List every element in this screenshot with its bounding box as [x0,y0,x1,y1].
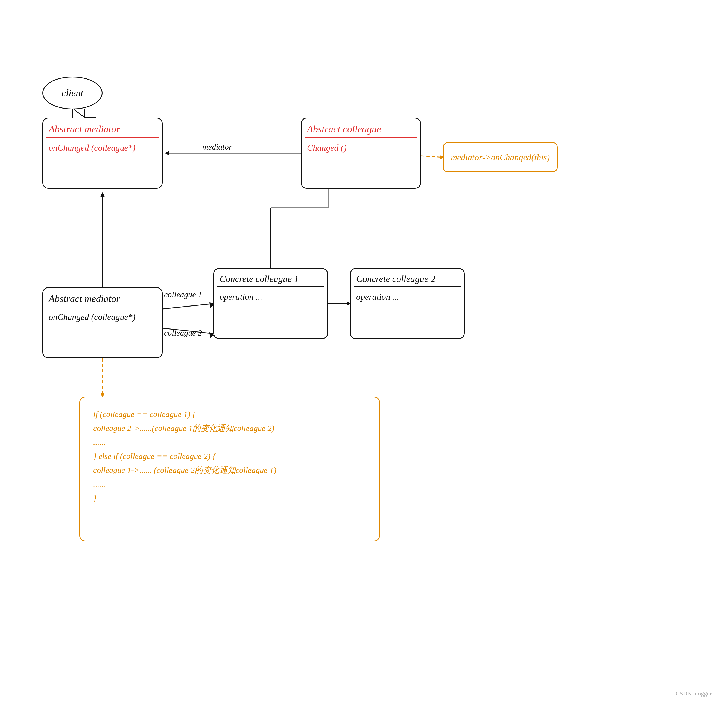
code-line-3: ...... [93,435,366,449]
code-line-1: if (colleague == colleague 1) { [93,407,366,421]
concrete-col2-title: Concrete colleague 2 [351,269,464,286]
colleague2-arrow-label: colleague 2 [164,328,202,338]
on-changed-box: mediator->onChanged(this) [443,142,558,172]
svg-marker-5 [165,151,170,155]
code-line-5: colleague 1->...... (colleague 2的变化通知col… [93,463,366,477]
abs-mediator-top-method: onChanged (colleague*) [43,138,162,158]
abs-colleague-top-method: Changed () [302,138,420,158]
concrete-col1-method: operation ... [214,287,327,307]
svg-line-18 [421,156,443,157]
client-label: client [61,87,83,99]
client-ellipse: client [42,77,103,109]
abs-mediator-top-title: Abstract mediator [43,118,162,137]
colleague1-arrow-label: colleague 1 [164,290,202,299]
concrete-col2-method: operation ... [351,287,464,307]
abs-mediator-bottom-box: Abstract mediator onChanged (colleague*) [42,287,162,358]
abs-mediator-bottom-title: Abstract mediator [43,288,162,306]
code-line-7: } [93,491,366,505]
diagram-container: client Abstract mediator onChanged (coll… [0,0,728,708]
concrete-col2-box: Concrete colleague 2 operation ... [350,268,465,339]
abs-colleague-top-box: Abstract colleague Changed () [301,118,421,189]
on-changed-label: mediator->onChanged(this) [451,152,550,162]
concrete-col1-title: Concrete colleague 1 [214,269,327,286]
code-line-6: ...... [93,477,366,491]
code-box: if (colleague == colleague 1) { colleagu… [79,396,380,541]
mediator-arrow-label: mediator [202,142,232,151]
abs-mediator-top-box: Abstract mediator onChanged (colleague*) [42,118,162,189]
abs-colleague-top-title: Abstract colleague [302,118,420,137]
concrete-col1-box: Concrete colleague 1 operation ... [213,268,328,339]
code-line-2: colleague 2->......(colleague 1的变化通知coll… [93,421,366,435]
svg-line-12 [162,303,213,309]
code-line-4: } else if (colleague == colleague 2) { [93,449,366,463]
svg-marker-11 [100,192,105,197]
abs-mediator-bottom-method: onChanged (colleague*) [43,307,162,327]
watermark: CSDN blogger [676,690,712,697]
